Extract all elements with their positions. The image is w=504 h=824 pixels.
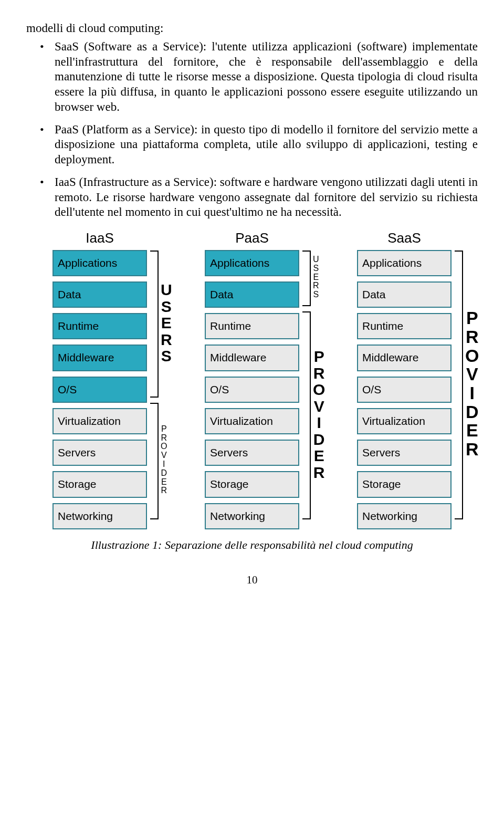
layer-box: Virtualization — [205, 408, 299, 434]
users-bracket: USERS — [302, 251, 319, 304]
provider-bracket: PROVIDER — [455, 251, 479, 517]
layer-box: Networking — [205, 503, 299, 529]
bullet-item: PaaS (Platform as a Service): in questo … — [26, 122, 478, 168]
layer-box: Storage — [52, 471, 147, 497]
layer-box: Virtualization — [357, 408, 452, 434]
column-title: SaaS — [387, 230, 421, 247]
layer-box: Storage — [205, 471, 299, 497]
cloud-diagram: IaaSApplicationsDataRuntimeMiddlewareO/S… — [26, 230, 478, 529]
layer-stack: ApplicationsDataRuntimeMiddlewareO/SVirt… — [205, 250, 299, 529]
layer-box: Runtime — [52, 313, 147, 339]
layer-stack: ApplicationsDataRuntimeMiddlewareO/SVirt… — [52, 250, 147, 529]
layer-box: Middleware — [357, 345, 452, 371]
layer-box: Storage — [357, 471, 452, 497]
layer-box: Middleware — [205, 345, 299, 371]
layer-box: O/S — [357, 377, 452, 403]
bullet-item: SaaS (Software as a Service): l'utente u… — [26, 39, 478, 115]
layer-box: Runtime — [205, 313, 299, 339]
layer-box: Virtualization — [52, 408, 147, 434]
layer-box: Applications — [205, 250, 299, 276]
column-title: PaaS — [235, 230, 269, 247]
layer-box: O/S — [205, 377, 299, 403]
layer-box: Servers — [52, 440, 147, 466]
bullet-list: SaaS (Software as a Service): l'utente u… — [26, 39, 478, 220]
diagram-column: PaaSApplicationsDataRuntimeMiddlewareO/S… — [178, 230, 326, 529]
layer-box: Data — [205, 281, 299, 308]
layer-box: Data — [52, 281, 147, 308]
provider-bracket: PROVIDER — [150, 403, 167, 517]
intro-text: modelli di cloud computing: — [26, 21, 478, 36]
figure-caption: Illustrazione 1: Separazione delle respo… — [26, 538, 478, 552]
layer-box: Servers — [205, 440, 299, 466]
layer-stack: ApplicationsDataRuntimeMiddlewareO/SVirt… — [357, 250, 452, 529]
provider-bracket: PROVIDER — [302, 311, 325, 517]
layer-box: Middleware — [52, 345, 147, 371]
layer-box: Runtime — [357, 313, 452, 339]
users-bracket: USERS — [150, 251, 172, 395]
bullet-item: IaaS (Infrastructure as a Service): soft… — [26, 175, 478, 220]
layer-box: Networking — [52, 503, 147, 529]
layer-box: O/S — [52, 377, 147, 403]
layer-box: Applications — [357, 250, 452, 276]
diagram-column: IaaSApplicationsDataRuntimeMiddlewareO/S… — [26, 230, 173, 529]
diagram-column: SaaSApplicationsDataRuntimeMiddlewareO/S… — [331, 230, 478, 529]
layer-box: Servers — [357, 440, 452, 466]
layer-box: Networking — [357, 503, 452, 529]
layer-box: Data — [357, 281, 452, 308]
page-number: 10 — [26, 573, 478, 587]
layer-box: Applications — [52, 250, 147, 276]
column-title: IaaS — [86, 230, 114, 247]
